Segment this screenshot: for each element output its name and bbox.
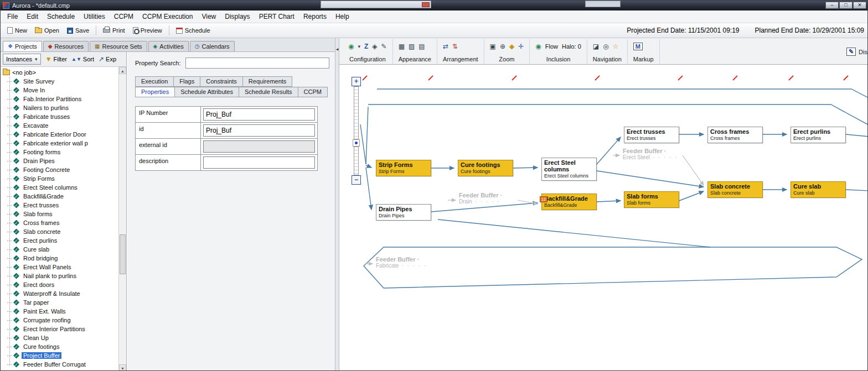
ip-number-input[interactable] [203, 108, 315, 121]
tab-resource-sets[interactable]: ▦Resource Sets [90, 41, 147, 51]
tree-item[interactable]: Clean Up [3, 333, 118, 342]
markup-m-icon[interactable]: M [633, 43, 643, 50]
tree-item[interactable]: Cure slab [3, 245, 118, 254]
tree-item[interactable]: Paint Ext. Walls [3, 307, 118, 316]
pert-chart-canvas[interactable]: + − Strip Forms Strip Forms Cure footing… [339, 65, 867, 371]
arrange-horizontal-icon[interactable]: ⇄ [443, 43, 448, 50]
tree-item[interactable]: Tar paper [3, 298, 118, 307]
tree-item[interactable]: Project Buffer [3, 351, 118, 360]
tree-scrollbar[interactable]: ▲ ▼ [118, 67, 126, 371]
fit-window-icon[interactable]: ▣ [490, 43, 496, 50]
edit-pencil-icon[interactable]: ✎ [381, 43, 387, 50]
export-button[interactable]: ↗Exp [99, 55, 116, 63]
collapse-left-icon[interactable]: ◀ [335, 44, 339, 55]
tree-item[interactable]: Erect Interior Partitions [3, 325, 118, 333]
node-slab-concrete[interactable]: Slab concrete Slab concrete [707, 181, 763, 198]
ghost-feeder-buffer-erect-steel[interactable]: Feeder Buffer Erect Steel [623, 148, 685, 161]
tab-flags[interactable]: Flags [173, 76, 200, 87]
property-search-input[interactable] [185, 58, 329, 69]
tree-item[interactable]: Erect Steel columns [3, 183, 118, 192]
tree-item[interactable]: Strip Forms [3, 174, 118, 183]
tab-schedule-results[interactable]: Schedule Results [239, 87, 298, 97]
menu-item[interactable]: CCPM Execution [138, 11, 197, 22]
node-erect-purlins[interactable]: Erect purlins Erect purlins [790, 127, 846, 143]
menu-item[interactable]: Help [331, 11, 354, 22]
tree-item[interactable]: Rod bridging [3, 254, 118, 263]
tree-item[interactable]: Corrugate roofing [3, 316, 118, 325]
close-button[interactable]: ✕ [853, 2, 866, 9]
node-slab-forms[interactable]: Slab forms Slab forms [624, 191, 679, 208]
node-strip-forms[interactable]: Strip Forms Strip Forms [376, 160, 431, 176]
tree-item[interactable]: Fabricate trusses [3, 112, 118, 121]
tree-item[interactable]: Erect purlins [3, 236, 118, 245]
lock-icon[interactable]: ◆ [509, 43, 514, 50]
z-order-icon[interactable]: Z [364, 43, 368, 50]
tab-activities[interactable]: ◈Activities [148, 41, 189, 51]
crosshatch-icon[interactable]: ▨ [409, 43, 415, 50]
node-cross-frames[interactable]: Cross frames Cross frames [707, 127, 763, 143]
tree-item[interactable]: Erect trusses [3, 201, 118, 210]
tree-item[interactable]: Drain Pipes [3, 156, 118, 165]
display-pencil-icon[interactable]: ✎ [846, 48, 856, 56]
tree-item[interactable]: Waterproff & Insulate [3, 289, 118, 298]
tree-item[interactable]: Fabricate Exterior Door [3, 130, 118, 139]
tree-item[interactable]: Backfill&Grade [3, 192, 118, 201]
network-icon[interactable]: ◈ [372, 43, 377, 50]
chevron-down-icon[interactable]: ▾ [358, 43, 360, 50]
globe-icon[interactable]: ◉ [348, 43, 354, 50]
tree-item[interactable]: Site Survey [3, 77, 118, 86]
tree-item[interactable]: Excavate [3, 121, 118, 130]
tree-item[interactable]: Cure footings [3, 342, 118, 351]
menu-item[interactable]: File [3, 11, 22, 22]
zoom-in-button[interactable]: + [352, 77, 361, 86]
description-input[interactable] [203, 156, 315, 169]
panel-splitter[interactable]: ◀ [335, 38, 339, 371]
tree-item[interactable]: Cross frames [3, 218, 118, 227]
layers-icon[interactable]: ◪ [593, 43, 599, 50]
tree-item[interactable]: Fabricate exterior wall p [3, 139, 118, 148]
open-button[interactable]: Open [32, 26, 63, 35]
node-backfill-grade[interactable]: 12 Backfill&Grade Backfill&Grade [541, 194, 597, 210]
node-cure-slab[interactable]: Cure slab Cure slab [790, 181, 846, 198]
tab-resources[interactable]: ◆Resources [43, 41, 89, 51]
instances-dropdown[interactable]: Instances▾ [3, 54, 41, 65]
menu-item[interactable]: Edit [22, 11, 43, 22]
menu-item[interactable]: Reports [299, 11, 331, 22]
arrange-vertical-icon[interactable]: ⇅ [452, 43, 458, 50]
node-cure-footings[interactable]: Cure footings Cure footings [458, 160, 513, 176]
tree-item[interactable]: Footing Concrete [3, 165, 118, 174]
tab-schedule-attributes[interactable]: Schedule Attributes [174, 87, 239, 97]
star-icon[interactable]: ☆ [613, 43, 619, 50]
tree-item[interactable]: Erect doors [3, 280, 118, 289]
ghost-feeder-buffer-drain[interactable]: Feeder Buffer Drain [459, 192, 521, 205]
eye-icon[interactable]: ◎ [603, 43, 608, 50]
tree-item[interactable]: Erect Wall Panels [3, 263, 118, 271]
node-erect-trusses[interactable]: Erect trusses Erect trusses [624, 127, 679, 143]
menu-item[interactable]: Schedule [43, 11, 79, 22]
menu-item[interactable]: PERT Chart [255, 11, 299, 22]
schedule-button[interactable]: Schedule [173, 26, 214, 35]
maximize-button[interactable]: □ [839, 2, 852, 9]
tab-calendars[interactable]: ◷Calendars [190, 41, 235, 51]
menu-item[interactable]: Utilities [79, 11, 110, 22]
ghost-feeder-buffer-fabricate[interactable]: Feeder Buffer Fabricate [376, 256, 438, 269]
tree-root-item[interactable]: <no job> [3, 68, 118, 77]
tree-item[interactable]: Nailers to purlins [3, 103, 118, 112]
scroll-up-icon[interactable]: ▲ [119, 67, 126, 74]
print-button[interactable]: Print [100, 26, 128, 35]
zoom-slider-handle[interactable] [353, 139, 360, 147]
scroll-down-icon[interactable]: ▼ [119, 364, 126, 371]
scrollbar-thumb[interactable] [120, 234, 126, 274]
new-button[interactable]: New [4, 26, 30, 35]
pan-icon[interactable]: ✛ [518, 43, 524, 50]
tree-item[interactable]: Nail plank to purlins [3, 271, 118, 280]
magnifier-icon[interactable]: ⊕ [500, 43, 505, 50]
menu-item[interactable]: CCPM [110, 11, 138, 22]
tab-ccpm[interactable]: CCPM [298, 87, 328, 97]
node-drain-pipes[interactable]: Drain Pipes Drain Pipes [376, 204, 431, 221]
tab-requirements[interactable]: Requirements [242, 76, 292, 87]
tab-execution[interactable]: Execution [135, 76, 174, 87]
id-input[interactable] [203, 124, 315, 137]
save-button[interactable]: Save [64, 26, 92, 35]
menu-item[interactable]: Displays [220, 11, 254, 22]
